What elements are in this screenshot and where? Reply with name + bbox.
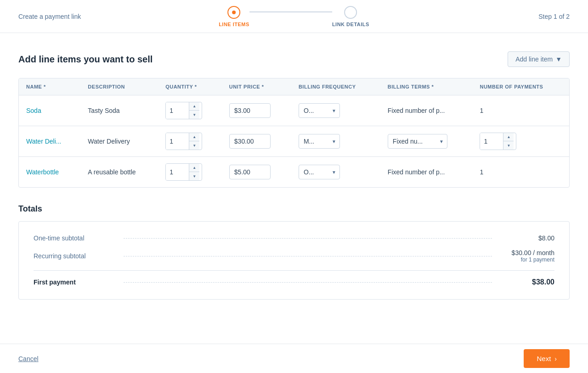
step-2-circle — [344, 6, 357, 19]
quantity-decrement[interactable]: ▼ — [189, 172, 199, 180]
col-unit-price: UNIT PRICE * — [222, 78, 291, 95]
col-billing-frequency: BILLING FREQUENCY — [291, 78, 380, 95]
quantity-wrapper: ▲ ▼ — [165, 163, 202, 181]
item-name-link[interactable]: Waterbottle — [26, 168, 59, 176]
first-payment-value: $38.00 — [499, 278, 554, 286]
add-item-button[interactable]: Add line item ▼ — [508, 51, 570, 67]
step-2-label: LINK DETAILS — [332, 22, 369, 27]
totals-section: Totals One-time subtotal $8.00 Recurring… — [18, 204, 570, 300]
quantity-increment[interactable]: ▲ — [189, 102, 199, 111]
step-1: LINE ITEMS — [219, 6, 249, 27]
item-name-link[interactable]: Water Deli... — [26, 138, 62, 145]
quantity-wrapper: ▲ ▼ — [165, 133, 202, 150]
billing-frequency-select[interactable]: O... — [299, 165, 340, 179]
unit-price-input[interactable] — [229, 134, 271, 149]
step-2: LINK DETAILS — [332, 6, 369, 27]
col-num-payments: NUMBER OF PAYMENTS — [472, 78, 569, 95]
recurring-value: $30.00 / month — [499, 249, 554, 256]
payments-increment[interactable]: ▲ — [503, 133, 514, 141]
billing-terms-wrapper: Fixed nu... ▼ — [388, 134, 447, 149]
step-1-circle — [228, 6, 241, 19]
quantity-decrement[interactable]: ▼ — [189, 111, 199, 119]
next-button[interactable]: Next › — [524, 349, 570, 355]
quantity-spinners: ▲ ▼ — [189, 164, 199, 180]
recurring-value-group: $30.00 / month for 1 payment — [499, 249, 554, 263]
item-name-link[interactable]: Soda — [26, 107, 41, 114]
billing-terms-text: Fixed number of p... — [380, 95, 473, 126]
totals-title: Totals — [18, 204, 570, 214]
table-row: Water Deli...Water Delivery ▲ ▼ M... ▼ F… — [19, 126, 569, 157]
recurring-sub: for 1 payment — [499, 256, 554, 263]
quantity-input[interactable] — [166, 133, 189, 150]
step-1-indicator — [232, 11, 236, 14]
header: Create a payment link LINE ITEMS LINK DE… — [0, 0, 588, 33]
col-quantity: QUANTITY * — [158, 78, 222, 95]
num-payments-text: 1 — [472, 95, 569, 126]
unit-price-input[interactable] — [229, 165, 271, 179]
quantity-input[interactable] — [166, 102, 189, 119]
one-time-subtotal-row: One-time subtotal $8.00 — [34, 234, 554, 242]
num-payments-text: 1 — [472, 157, 569, 188]
stepper: LINE ITEMS LINK DETAILS — [219, 6, 369, 27]
step-connector — [249, 11, 332, 12]
recurring-subtotal-row: Recurring subtotal $30.00 / month for 1 … — [34, 249, 554, 263]
num-payments-wrapper: ▲ ▼ — [480, 133, 516, 150]
page-title: Create a payment link — [18, 13, 81, 20]
totals-box: One-time subtotal $8.00 Recurring subtot… — [18, 221, 570, 300]
quantity-wrapper: ▲ ▼ — [165, 102, 202, 119]
one-time-label: One-time subtotal — [34, 234, 116, 242]
num-payments-spinners: ▲ ▼ — [503, 133, 514, 150]
step-1-label: LINE ITEMS — [219, 22, 249, 27]
table-row: SodaTasty Soda ▲ ▼ O... ▼ Fixed number o… — [19, 95, 569, 126]
quantity-increment[interactable]: ▲ — [189, 164, 199, 172]
billing-frequency-wrapper: O... ▼ — [299, 103, 340, 118]
item-description: Water Delivery — [80, 126, 158, 157]
quantity-spinners: ▲ ▼ — [189, 102, 199, 119]
col-description: DESCRIPTION — [80, 78, 158, 95]
table-header-row: NAME * DESCRIPTION QUANTITY * UNIT PRICE… — [19, 78, 569, 95]
col-billing-terms: BILLING TERMS * — [380, 78, 473, 95]
quantity-spinners: ▲ ▼ — [189, 133, 199, 150]
billing-frequency-select[interactable]: O... — [299, 103, 340, 118]
divider-3 — [124, 282, 492, 283]
footer: Cancel Next › — [0, 344, 588, 355]
item-description: Tasty Soda — [80, 95, 158, 126]
billing-terms-text: Fixed number of p... — [380, 157, 473, 188]
quantity-input[interactable] — [166, 164, 189, 180]
quantity-decrement[interactable]: ▼ — [189, 141, 199, 150]
one-time-value: $8.00 — [499, 234, 554, 242]
billing-frequency-wrapper: O... ▼ — [299, 165, 340, 179]
quantity-increment[interactable]: ▲ — [189, 133, 199, 141]
first-payment-row: First payment $38.00 — [34, 278, 554, 286]
table-row: WaterbottleA reusable bottle ▲ ▼ O... ▼ … — [19, 157, 569, 188]
main-content: Add line items you want to sell Add line… — [0, 33, 588, 355]
item-description: A reusable bottle — [80, 157, 158, 188]
col-name: NAME * — [19, 78, 80, 95]
first-payment-label: First payment — [34, 278, 116, 286]
num-payments-input[interactable] — [480, 133, 503, 150]
line-items-table-container: NAME * DESCRIPTION QUANTITY * UNIT PRICE… — [18, 78, 570, 188]
billing-terms-select[interactable]: Fixed nu... — [388, 134, 447, 149]
chevron-down-icon: ▼ — [555, 56, 562, 63]
line-items-table: NAME * DESCRIPTION QUANTITY * UNIT PRICE… — [19, 78, 569, 187]
divider-1 — [124, 238, 492, 239]
unit-price-input[interactable] — [229, 103, 271, 118]
section-title: Add line items you want to sell — [18, 54, 153, 65]
payments-decrement[interactable]: ▼ — [503, 141, 514, 150]
step-counter: Step 1 of 2 — [538, 13, 570, 20]
billing-frequency-wrapper: M... ▼ — [299, 134, 340, 149]
recurring-label: Recurring subtotal — [34, 252, 116, 260]
add-item-label: Add line item — [515, 56, 553, 63]
divider-2 — [124, 256, 492, 256]
section-header: Add line items you want to sell Add line… — [18, 51, 570, 67]
billing-frequency-select[interactable]: M... — [299, 134, 340, 149]
